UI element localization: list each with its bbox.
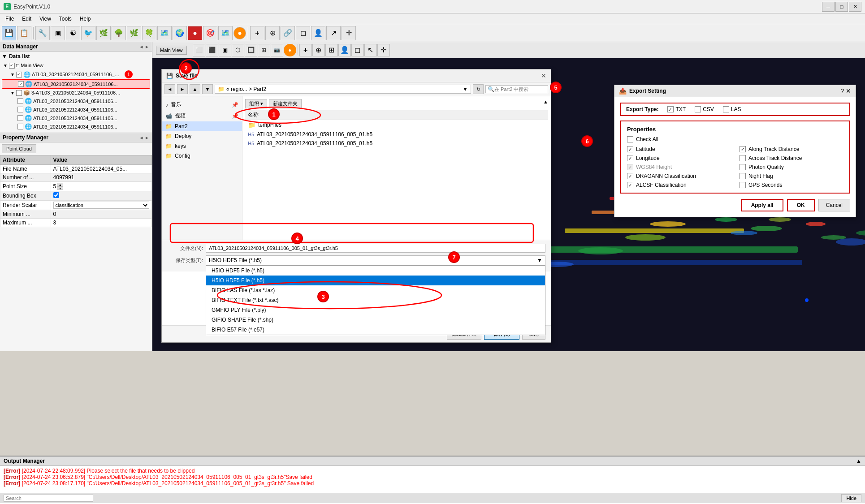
latitude-checkbox[interactable] (627, 146, 633, 152)
sidebar-keys[interactable]: 📁 keys (162, 141, 242, 151)
dragann-checkbox[interactable] (627, 173, 633, 179)
toolbar-btn-orange[interactable]: ● (234, 27, 246, 39)
menu-help[interactable]: Help (76, 15, 95, 23)
toolbar-btn-select[interactable]: ◻ (296, 26, 310, 40)
filetype-select[interactable]: H5IO HDF5 File (*.h5) ▼ (206, 255, 545, 265)
view-btn-plus[interactable]: + (299, 44, 312, 56)
dropdown-ply[interactable]: GMFIO PLY File (*.ply) (206, 305, 545, 315)
main-view-tab-label[interactable]: Main View (156, 46, 187, 55)
toolbar-btn-tree2[interactable]: 🌳 (112, 26, 126, 40)
filename-input[interactable] (206, 244, 545, 253)
menu-edit[interactable]: Edit (18, 15, 35, 23)
point-cloud-tab[interactable]: Point Cloud (2, 144, 36, 153)
sidebar-config[interactable]: 📁 Config (162, 151, 242, 161)
tree-item-sub-2[interactable]: 🌐 ATL03_20210502124034_05911106... (2, 105, 150, 114)
toolbar-btn-compass[interactable]: ⊕ (265, 26, 280, 40)
breadcrumb-dropdown[interactable]: ▼ (463, 86, 468, 92)
nav-forward[interactable]: ► (177, 84, 188, 94)
dropdown-h5-2[interactable]: H5IO HDF5 File (*.h5) (206, 276, 545, 285)
spinner-down[interactable]: ▼ (57, 186, 63, 190)
menu-view[interactable]: View (36, 15, 55, 23)
menu-file[interactable]: File (2, 15, 17, 23)
apply-all-btn[interactable]: Apply all (741, 199, 783, 211)
nav-recent[interactable]: ▼ (202, 84, 213, 94)
toolbar-btn-globe[interactable]: 🌍 (173, 26, 187, 40)
dropdown-txt[interactable]: BIFIO TEXT File (*.txt *.asc) (206, 295, 545, 305)
output-search-input[interactable] (4, 495, 93, 502)
toolbar-btn-yin[interactable]: ☯ (66, 26, 80, 40)
tree-item-main-view[interactable]: ▼ □ Main View (2, 61, 150, 69)
file-item-atl08-h5[interactable]: H5 ATL08_20210502124034_05911106_005_01.… (245, 139, 548, 148)
view-btn-cube2[interactable]: ⬛ (206, 44, 218, 56)
dropdown-e57[interactable]: BIFIO E57 File (*.e57) (206, 325, 545, 335)
view-toggle[interactable]: ▲ (543, 99, 548, 108)
toolbar-btn-arrow[interactable]: ↗ (326, 26, 341, 40)
view-btn-compass2[interactable]: ⊕ (312, 44, 325, 56)
tree-item-atl03-group[interactable]: ▼ 📦 3-ATL03_20210502124034_05911106_005.… (2, 89, 150, 97)
alcsf-checkbox[interactable] (627, 182, 633, 188)
menu-tools[interactable]: Tools (56, 15, 75, 23)
checkbox-sub-1[interactable] (17, 98, 23, 104)
night-flag-checkbox[interactable] (740, 173, 746, 179)
view-btn-cube1[interactable]: ⬜ (193, 44, 205, 56)
toolbar-btn-tree3[interactable]: 🌿 (127, 26, 141, 40)
dropdown-shp[interactable]: GIFIO SHAPE File (*.shp) (206, 315, 545, 325)
bbox-checkbox[interactable] (53, 192, 59, 198)
panel-nav-arrows[interactable]: ◄ ► (139, 44, 149, 49)
dialog-close-btn[interactable]: ✕ (541, 72, 546, 79)
tree-item-sub-3[interactable]: 🌐 ATL03_20210502124034_05911106... (2, 114, 150, 122)
checkbox-main-view[interactable] (9, 63, 15, 69)
toolbar-btn-wrench[interactable]: 🔧 (35, 26, 50, 40)
view-btn-person2[interactable]: 👤 (338, 44, 351, 56)
dropdown-las[interactable]: BIFIO LAS File (*.las *.laz) (206, 285, 545, 295)
view-btn-scan[interactable]: 📷 (271, 44, 283, 56)
file-item-atl03-h5[interactable]: H5 ATL03_20210502124034_05911106_005_01.… (245, 130, 548, 139)
save-toolbar-btn[interactable]: 💾 (2, 26, 16, 40)
tree-item-atl03-1[interactable]: ▼ 🌐 ATL03_20210502124034_05911106_00... … (2, 69, 150, 79)
checkbox-atl03-1[interactable] (16, 72, 22, 78)
refresh-btn[interactable]: ↻ (473, 84, 484, 94)
prop-panel-arrows[interactable]: ◄ ► (139, 135, 149, 140)
csv-checkbox[interactable] (695, 106, 701, 112)
view-btn-cube4[interactable]: ⬡ (232, 44, 244, 56)
checkbox-sub-4[interactable] (17, 124, 23, 129)
checkbox-atl03-2[interactable] (18, 81, 24, 87)
view-btn-cube5[interactable]: 🔲 (245, 44, 257, 56)
toolbar-btn-plus[interactable]: + (250, 26, 264, 40)
toolbar-btn-2[interactable]: 📋 (17, 26, 31, 40)
cancel-btn[interactable]: Cancel (818, 199, 850, 211)
view-btn-select2[interactable]: ◻ (351, 44, 364, 56)
sidebar-video[interactable]: 📹 视频 📌 (162, 110, 242, 121)
maximize-button[interactable]: □ (835, 2, 848, 12)
gps-seconds-checkbox[interactable] (740, 182, 746, 188)
sidebar-deploy[interactable]: 📁 Deploy (162, 131, 242, 141)
file-item-tempfiles[interactable]: 📁 tempFiles (245, 120, 548, 130)
txt-checkbox[interactable]: ✓ (667, 106, 674, 112)
las-checkbox[interactable] (723, 106, 729, 112)
nav-back[interactable]: ◄ (164, 84, 175, 94)
view-btn-grid[interactable]: ⊞ (325, 44, 338, 56)
tree-item-sub-1[interactable]: 🌐 ATL03_20210502124034_05911106... (2, 97, 150, 105)
output-expand-btn[interactable]: ▲ (856, 458, 861, 464)
view-btn-cube6[interactable]: ⊞ (258, 44, 270, 56)
checkbox-sub-3[interactable] (17, 115, 23, 121)
toolbar-btn-link[interactable]: 🔗 (281, 26, 295, 40)
toolbar-btn-leaf[interactable]: 🍀 (142, 26, 156, 40)
view-btn-crosshair2[interactable]: ✛ (377, 44, 390, 56)
minimize-button[interactable]: ─ (822, 2, 835, 12)
checkbox-group[interactable] (16, 90, 22, 96)
sidebar-part2[interactable]: 📁 Part2 (162, 121, 242, 131)
spinner-up[interactable]: ▲ (57, 183, 63, 186)
toolbar-btn-person[interactable]: 👤 (311, 26, 325, 40)
wgs84-checkbox[interactable] (627, 164, 633, 170)
toolbar-btn-map[interactable]: 🗺️ (157, 26, 172, 40)
toolbar-btn-tree1[interactable]: 🌿 (96, 26, 111, 40)
organize-btn[interactable]: 组织 ▾ (245, 99, 267, 108)
ok-btn[interactable]: OK (787, 199, 815, 211)
toolbar-btn-bird[interactable]: 🐦 (81, 26, 95, 40)
hide-output-btn[interactable]: Hide (841, 494, 861, 502)
nav-up[interactable]: ▲ (190, 84, 200, 94)
new-folder-btn[interactable]: 新建文件夹 (269, 99, 302, 108)
render-scalar-select[interactable]: classification (53, 202, 149, 209)
toolbar-btn-layers[interactable]: ▣ (51, 26, 65, 40)
